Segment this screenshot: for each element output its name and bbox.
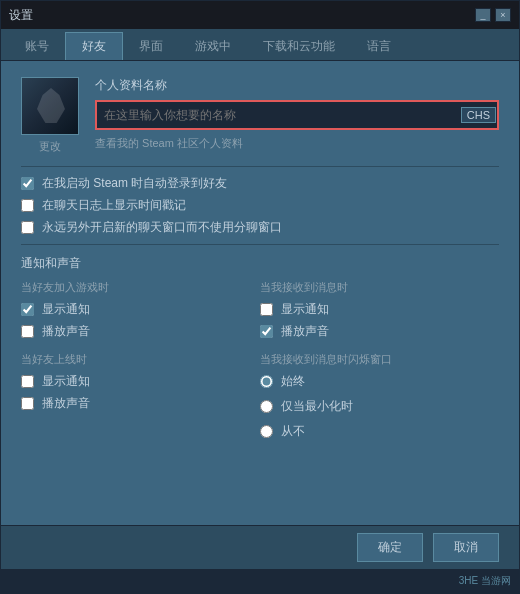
tab-language[interactable]: 语言 <box>351 32 407 60</box>
checkbox-new-window-label: 永远另外开启新的聊天窗口而不使用分聊窗口 <box>42 219 282 236</box>
radio-flash-never-input[interactable] <box>260 425 273 438</box>
tab-interface[interactable]: 界面 <box>123 32 179 60</box>
col-left: 当好友加入游戏时 显示通知 播放声音 当好友上线时 显示通知 <box>21 280 260 444</box>
title-bar: 设置 _ × <box>1 1 519 29</box>
update-avatar-link[interactable]: 更改 <box>39 139 61 154</box>
radio-flash-minimized[interactable]: 仅当最小化时 <box>260 398 499 415</box>
tab-account[interactable]: 账号 <box>9 32 65 60</box>
checkbox-nfj-notify-input[interactable] <box>21 303 34 316</box>
notifications-grid: 当好友加入游戏时 显示通知 播放声音 当好友上线时 显示通知 <box>21 280 499 444</box>
cancel-button[interactable]: 取消 <box>433 533 499 562</box>
checkbox-nm-notify[interactable]: 显示通知 <box>260 301 499 318</box>
main-content: 更改 个人资料名称 CHS 查看我的 Steam 社区个人资料 在我启动 Ste… <box>1 61 519 525</box>
radio-flash-minimized-input[interactable] <box>260 400 273 413</box>
radio-flash-never[interactable]: 从不 <box>260 423 499 440</box>
checkbox-nfo-notify-label: 显示通知 <box>42 373 90 390</box>
checkbox-show-time-label: 在聊天日志上显示时间戳记 <box>42 197 186 214</box>
radio-flash-minimized-label: 仅当最小化时 <box>281 398 353 415</box>
checkbox-nfj-notify-label: 显示通知 <box>42 301 90 318</box>
flash-radios: 始终 仅当最小化时 从不 <box>260 373 499 444</box>
watermark-text: 3HE 当游网 <box>459 574 511 588</box>
label-friend-online: 当好友上线时 <box>21 352 260 367</box>
close-button[interactable]: × <box>495 8 511 22</box>
label-when-message: 当我接收到消息时 <box>260 280 499 295</box>
tab-bar: 账号 好友 界面 游戏中 下载和云功能 语言 <box>1 29 519 61</box>
checkbox-auto-login-label: 在我启动 Steam 时自动登录到好友 <box>42 175 227 192</box>
bottom-bar: 确定 取消 <box>1 525 519 569</box>
col-right: 当我接收到消息时 显示通知 播放声音 当我接收到消息时闪烁窗口 始终 <box>260 280 499 444</box>
tab-download[interactable]: 下载和云功能 <box>247 32 351 60</box>
window-title: 设置 <box>9 7 33 24</box>
settings-window: 设置 _ × 账号 好友 界面 游戏中 下载和云功能 语言 更改 个人资料名称 <box>0 0 520 594</box>
radio-flash-never-label: 从不 <box>281 423 305 440</box>
checkbox-nm-sound[interactable]: 播放声音 <box>260 323 499 340</box>
profile-name-input[interactable] <box>98 103 455 127</box>
chs-badge[interactable]: CHS <box>461 107 496 123</box>
radio-flash-always-label: 始终 <box>281 373 305 390</box>
checkbox-nfo-notify-input[interactable] <box>21 375 34 388</box>
confirm-button[interactable]: 确定 <box>357 533 423 562</box>
friend-online-checkboxes: 显示通知 播放声音 <box>21 373 260 412</box>
avatar-area: 更改 <box>21 77 79 154</box>
divider-2 <box>21 244 499 245</box>
friend-joins-checkboxes: 显示通知 播放声音 <box>21 301 260 340</box>
checkbox-nm-notify-input[interactable] <box>260 303 273 316</box>
checkbox-nfj-sound[interactable]: 播放声音 <box>21 323 260 340</box>
watermark: 3HE 当游网 <box>1 569 519 593</box>
avatar-image <box>22 78 78 134</box>
checkbox-nfj-sound-input[interactable] <box>21 325 34 338</box>
tab-ingame[interactable]: 游戏中 <box>179 32 247 60</box>
profile-section: 更改 个人资料名称 CHS 查看我的 Steam 社区个人资料 <box>21 77 499 154</box>
divider-1 <box>21 166 499 167</box>
checkbox-new-window-input[interactable] <box>21 221 34 234</box>
window-controls: _ × <box>475 8 511 22</box>
checkbox-nm-notify-label: 显示通知 <box>281 301 329 318</box>
checkbox-auto-login-input[interactable] <box>21 177 34 190</box>
checkbox-nfo-sound-input[interactable] <box>21 397 34 410</box>
checkbox-nfj-notify[interactable]: 显示通知 <box>21 301 260 318</box>
radio-flash-always[interactable]: 始终 <box>260 373 499 390</box>
name-input-row: CHS <box>95 100 499 130</box>
label-flash: 当我接收到消息时闪烁窗口 <box>260 352 499 367</box>
steam-profile-link[interactable]: 查看我的 Steam 社区个人资料 <box>95 136 499 151</box>
checkbox-new-window[interactable]: 永远另外开启新的聊天窗口而不使用分聊窗口 <box>21 219 499 236</box>
checkbox-auto-login[interactable]: 在我启动 Steam 时自动登录到好友 <box>21 175 499 192</box>
main-checkboxes: 在我启动 Steam 时自动登录到好友 在聊天日志上显示时间戳记 永远另外开启新… <box>21 175 499 236</box>
tab-friends[interactable]: 好友 <box>65 32 123 60</box>
profile-section-label: 个人资料名称 <box>95 77 499 94</box>
checkbox-nfo-sound[interactable]: 播放声音 <box>21 395 260 412</box>
checkbox-nfo-notify[interactable]: 显示通知 <box>21 373 260 390</box>
checkbox-nm-sound-label: 播放声音 <box>281 323 329 340</box>
notifications-title: 通知和声音 <box>21 255 499 272</box>
checkbox-nfo-sound-label: 播放声音 <box>42 395 90 412</box>
checkbox-show-time-input[interactable] <box>21 199 34 212</box>
minimize-button[interactable]: _ <box>475 8 491 22</box>
message-checkboxes: 显示通知 播放声音 <box>260 301 499 340</box>
checkbox-nm-sound-input[interactable] <box>260 325 273 338</box>
label-friend-joins: 当好友加入游戏时 <box>21 280 260 295</box>
avatar-box <box>21 77 79 135</box>
checkbox-show-time[interactable]: 在聊天日志上显示时间戳记 <box>21 197 499 214</box>
profile-right: 个人资料名称 CHS 查看我的 Steam 社区个人资料 <box>95 77 499 154</box>
checkbox-nfj-sound-label: 播放声音 <box>42 323 90 340</box>
radio-flash-always-input[interactable] <box>260 375 273 388</box>
